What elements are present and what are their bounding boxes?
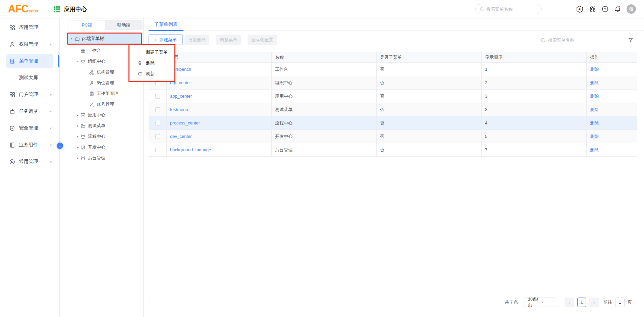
table-row[interactable]: dev_center 开发中心 否 5 删除 [149, 130, 637, 143]
next-page-button[interactable]: › [589, 298, 599, 307]
row-checkbox[interactable] [155, 94, 160, 99]
tree-node-label: 账号管理 [97, 101, 114, 107]
robot-icon [9, 109, 15, 114]
sidebar-item-test-screen[interactable]: 测试大屏 [0, 71, 59, 85]
row-checkbox[interactable] [155, 107, 160, 112]
row-delete-link[interactable]: 删除 [590, 134, 599, 140]
sidebar-item-portal-management[interactable]: 门户管理 ∨ [0, 88, 59, 101]
row-delete-link[interactable]: 删除 [590, 120, 599, 126]
context-menu-new-submenu[interactable]: + 新建子菜单 [130, 47, 174, 58]
row-delete-link[interactable]: 删除 [590, 93, 599, 99]
table-search-box[interactable] [537, 35, 637, 45]
sliders-icon [80, 156, 86, 161]
shield-plus-icon [9, 125, 15, 131]
context-menu-label: 删除 [146, 60, 155, 66]
tree-node-test-menu[interactable]: ▸ 测试菜单 [60, 120, 143, 131]
caret-right-icon: ▸ [75, 113, 80, 117]
row-delete-link[interactable]: 删除 [590, 66, 599, 72]
sidebar-item-label: 安全管理 [19, 125, 38, 131]
chevron-right-icon: › [593, 300, 595, 305]
notification-bell-icon[interactable] [614, 5, 622, 13]
row-code-link[interactable]: testmenu [170, 107, 188, 112]
tab-label: 移动端 [117, 22, 130, 28]
table-row[interactable]: testmenu 测试菜单 否 3 删除 [149, 103, 637, 116]
tab-pc[interactable]: PC端 [68, 20, 105, 30]
sitemap-icon [89, 70, 94, 75]
tree-node-process-center[interactable]: ▸ 流程中心 [60, 131, 143, 142]
user-avatar[interactable]: 租 [627, 4, 636, 14]
row-code-link[interactable]: org_center [170, 80, 191, 85]
row-name: 开发中心 [275, 134, 292, 140]
table-row[interactable]: app_center 应用中心 否 3 删除 [149, 90, 637, 103]
row-delete-link[interactable]: 删除 [590, 80, 599, 86]
i18n-config-button[interactable]: 国际化配置 [248, 35, 277, 45]
page-number-button[interactable]: 1 [577, 298, 586, 307]
menu-doc-icon [9, 58, 15, 64]
sidebar-item-general-management[interactable]: 通用管理 ∨ [0, 155, 59, 168]
table-search-input[interactable] [548, 38, 628, 43]
row-code-link[interactable]: background_manage [170, 147, 211, 152]
goto-page-input[interactable] [615, 298, 625, 307]
clipboard-icon [89, 91, 94, 96]
prev-page-button[interactable]: ‹ [565, 298, 574, 307]
row-delete-link[interactable]: 删除 [590, 107, 599, 113]
plugin-icon[interactable] [589, 5, 596, 13]
sidebar-collapse-button[interactable]: ‹ [57, 143, 63, 149]
chevron-down-icon: ∨ [541, 301, 554, 304]
adjust-menu-button[interactable]: 调整菜单 [216, 35, 241, 45]
tree-node-app-center[interactable]: ▸ 应用中心 [60, 110, 143, 120]
filter-funnel-icon[interactable] [628, 38, 633, 43]
row-code-link[interactable]: process_center [170, 120, 200, 125]
sidebar-item-security-management[interactable]: 安全管理 ∨ [0, 121, 59, 135]
sidebar-item-label: 权限管理 [19, 41, 38, 47]
row-is-submenu: 否 [380, 66, 384, 72]
row-checkbox[interactable] [155, 134, 160, 139]
table-row[interactable]: org_center 组织中心 否 2 删除 [149, 76, 637, 90]
context-menu-delete[interactable]: 删除 [130, 58, 174, 68]
row-checkbox[interactable] [155, 121, 160, 125]
row-code-link[interactable]: dev_center [170, 134, 192, 139]
tree-node-label: 开发中心 [88, 144, 105, 150]
platform-tab-group: PC端 移动端 [68, 20, 143, 30]
tree-node-workgroup-management[interactable]: 工作组管理 [60, 88, 143, 99]
tree-node-label: 应用中心 [88, 112, 105, 118]
sidebar-item-label: 门户管理 [19, 92, 38, 98]
ai-assistant-icon[interactable]: AI [576, 5, 584, 13]
tree-node-account-management[interactable]: 账号管理 [60, 99, 143, 110]
column-header-name: 名称 [275, 54, 284, 60]
tab-mobile[interactable]: 移动端 [105, 20, 142, 30]
row-order: 3 [485, 94, 487, 99]
tree-node-background-management[interactable]: ▸ 后台管理 [60, 153, 143, 163]
row-checkbox[interactable] [155, 148, 160, 152]
sidebar-item-menu-management[interactable]: 菜单管理 [6, 54, 53, 68]
tree-node-dev-center[interactable]: ▸ 开发中心 [60, 142, 143, 153]
row-code-link[interactable]: app_center [170, 94, 192, 99]
table-row-selected[interactable]: process_center 流程中心 否 4 删除 [149, 116, 637, 130]
row-checkbox[interactable] [155, 81, 160, 85]
help-icon[interactable]: ? [601, 5, 609, 13]
context-menu-refresh[interactable]: 刷新 [130, 68, 174, 79]
header-search-input[interactable] [486, 7, 537, 12]
table-row[interactable]: background_manage 后台管理 否 7 删除 [149, 143, 637, 157]
row-is-submenu: 否 [380, 147, 384, 153]
svg-text:?: ? [604, 7, 606, 11]
sidebar-item-business-components[interactable]: 业务组件 ∨ [0, 138, 59, 152]
plus-icon: + [138, 50, 143, 55]
column-header-actions: 操作 [590, 54, 599, 60]
sidebar-item-task-scheduling[interactable]: 任务调度 ∨ [0, 105, 59, 118]
tab-submenu-list[interactable]: 子菜单列表 [149, 18, 183, 31]
row-delete-link[interactable]: 删除 [590, 147, 599, 153]
sidebar-item-app-management[interactable]: 应用管理 [0, 21, 59, 34]
new-menu-button[interactable]: + 新建菜单 [149, 35, 182, 45]
table-row[interactable]: workbench 工作台 否 1 删除 [149, 63, 637, 76]
page-size-select[interactable]: 10条/页 ∨ [524, 298, 557, 307]
table-header-row: 编号 名称 是否子菜单 显示顺序 操作 [149, 52, 637, 63]
header-search-box[interactable] [475, 4, 542, 14]
sidebar-item-permission-management[interactable]: 权限管理 ∨ [0, 38, 59, 51]
batch-delete-button[interactable]: 批量删除 [184, 35, 209, 45]
tree-root-node[interactable]: ▾ pc端菜单树 [68, 34, 141, 44]
sidebar-nav: 应用管理 权限管理 ∨ 菜单管理 测试大屏 门户管理 ∨ 任务调度 ∨ 安全管理… [0, 18, 60, 317]
afcenter-logo[interactable]: AFC enter [8, 3, 39, 15]
notebook-icon [9, 142, 15, 148]
row-order: 2 [485, 80, 487, 85]
